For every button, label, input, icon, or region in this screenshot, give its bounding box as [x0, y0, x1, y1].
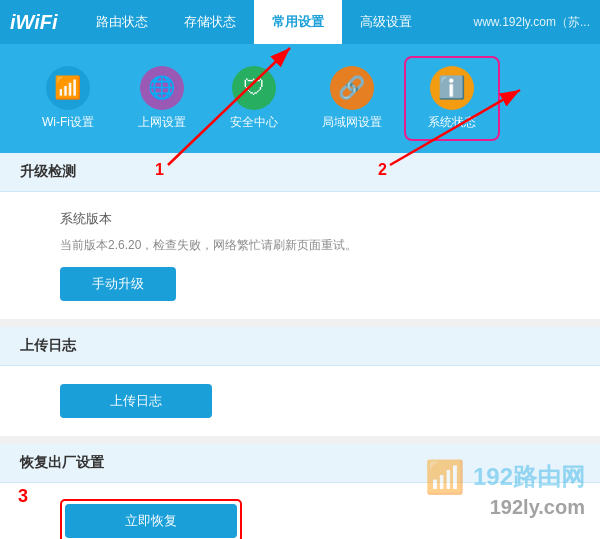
icon-nav-system[interactable]: ℹ️ 系统状态	[404, 56, 500, 141]
version-label: 系统版本	[60, 210, 540, 228]
manual-upgrade-button[interactable]: 手动升级	[60, 267, 176, 301]
version-info: 当前版本2.6.20，检查失败，网络繁忙请刷新页面重试。	[60, 236, 540, 255]
nav-advanced-settings[interactable]: 高级设置	[342, 0, 430, 44]
upload-log-section-header: 上传日志	[0, 327, 600, 366]
factory-reset-section-body: 立即恢复	[0, 483, 600, 539]
main-content: 升级检测 系统版本 当前版本2.6.20，检查失败，网络繁忙请刷新页面重试。 手…	[0, 153, 600, 539]
system-label: 系统状态	[428, 114, 476, 131]
icon-nav-lan[interactable]: 🔗 局域网设置	[300, 58, 404, 139]
nav-common-settings[interactable]: 常用设置	[254, 0, 342, 44]
icon-nav-security[interactable]: 🛡 安全中心	[208, 58, 300, 139]
app-logo: iWiFi	[10, 11, 58, 34]
website-label: www.192ly.com（苏...	[474, 14, 590, 31]
nav-route-status[interactable]: 路由状态	[78, 0, 166, 44]
wifi-label: Wi-Fi设置	[42, 114, 94, 131]
security-label: 安全中心	[230, 114, 278, 131]
network-label: 上网设置	[138, 114, 186, 131]
system-icon: ℹ️	[430, 66, 474, 110]
icon-nav-wifi[interactable]: 📶 Wi-Fi设置	[20, 58, 116, 139]
icon-navigation: 📶 Wi-Fi设置 🌐 上网设置 🛡 安全中心 🔗 局域网设置 ℹ️ 系统状态	[0, 44, 600, 153]
upgrade-section-header: 升级检测	[0, 153, 600, 192]
factory-reset-button[interactable]: 立即恢复	[65, 504, 237, 538]
lan-icon: 🔗	[330, 66, 374, 110]
upload-log-section-body: 上传日志	[0, 366, 600, 444]
icon-nav-network[interactable]: 🌐 上网设置	[116, 58, 208, 139]
upload-log-button[interactable]: 上传日志	[60, 384, 212, 418]
nav-storage-status[interactable]: 存储状态	[166, 0, 254, 44]
wifi-icon: 📶	[46, 66, 90, 110]
network-icon: 🌐	[140, 66, 184, 110]
top-navigation: iWiFi 路由状态 存储状态 常用设置 高级设置 www.192ly.com（…	[0, 0, 600, 44]
factory-reset-section-header: 恢复出厂设置	[0, 444, 600, 483]
upgrade-section-body: 系统版本 当前版本2.6.20，检查失败，网络繁忙请刷新页面重试。 手动升级	[0, 192, 600, 327]
nav-items: 路由状态 存储状态 常用设置 高级设置	[78, 0, 474, 44]
lan-label: 局域网设置	[322, 114, 382, 131]
security-icon: 🛡	[232, 66, 276, 110]
